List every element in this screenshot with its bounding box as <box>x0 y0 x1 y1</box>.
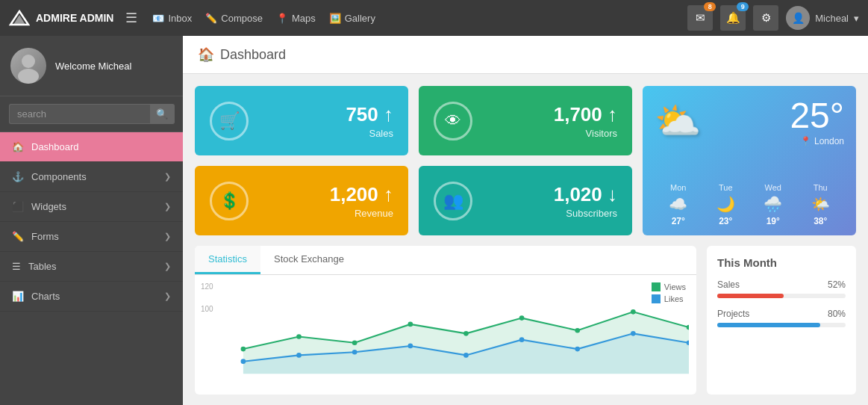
weather-card: ⛅ 25° 📍 London Mon ☁️ 27° <box>643 86 856 235</box>
svg-point-9 <box>352 340 357 345</box>
charts-icon: 📊 <box>12 291 24 302</box>
sidebar-profile: Welcome Micheal <box>0 36 183 96</box>
home-icon: 🏠 <box>12 141 24 152</box>
svg-point-18 <box>296 353 302 358</box>
topnav-links: 📧 Inbox ✏️ Compose 📍 Maps 🖼️ Gallery <box>152 13 687 24</box>
sidebar-item-dashboard[interactable]: 🏠 Dashboard <box>0 132 183 162</box>
sidebar-item-dashboard-label: Dashboard <box>31 141 79 152</box>
sidebar-item-components-label: Components <box>31 171 87 182</box>
nav-link-gallery-label: Gallery <box>345 13 375 24</box>
chevron-right-icon: ❯ <box>164 262 171 271</box>
sales-progress: Sales 52% <box>717 279 846 298</box>
welcome-text: Welcome Micheal <box>55 61 131 72</box>
sales-progress-name: Sales <box>717 279 740 290</box>
forecast-tue: Tue 🌙 23° <box>716 183 735 226</box>
sidebar-item-widgets[interactable]: ⬛ Widgets ❯ <box>0 192 183 222</box>
widget-icon: ⬛ <box>12 201 24 212</box>
svg-point-24 <box>631 331 636 336</box>
svg-point-23 <box>575 347 580 352</box>
settings-button[interactable]: ⚙ <box>753 5 778 31</box>
sidebar-item-charts[interactable]: 📊 Charts ❯ <box>0 282 183 312</box>
svg-rect-5 <box>652 294 661 303</box>
sales-label: Sales <box>346 128 393 139</box>
svg-point-20 <box>408 344 413 349</box>
sidebar-item-forms-label: Forms <box>31 231 59 242</box>
chart-panel: Statistics Stock Exchange 120 100 Views … <box>195 246 696 395</box>
sidebar-item-tables-label: Tables <box>28 261 57 272</box>
forms-icon: ✏️ <box>12 231 24 242</box>
bell-badge: 9 <box>737 2 749 11</box>
bottom-section: Statistics Stock Exchange 120 100 Views … <box>183 235 868 405</box>
subscribers-card: 👥 1,020 ↓ Subscribers <box>419 166 632 235</box>
svg-point-19 <box>352 350 357 355</box>
search-input[interactable] <box>9 104 150 124</box>
sales-progress-bar-bg <box>717 294 846 298</box>
hamburger-icon[interactable]: ☰ <box>125 10 137 26</box>
sales-progress-percent: 52% <box>828 279 846 290</box>
line-chart <box>202 282 689 387</box>
chevron-right-icon: ❯ <box>164 202 171 211</box>
forecast-mon: Mon ☁️ 27° <box>669 183 687 226</box>
nav-link-compose-label: Compose <box>221 13 263 24</box>
sidebar-item-forms[interactable]: ✏️ Forms ❯ <box>0 222 183 252</box>
nav-link-inbox[interactable]: 📧 Inbox <box>152 13 192 24</box>
svg-point-11 <box>463 331 469 336</box>
legend-likes-label: Likes <box>664 294 684 303</box>
this-month-title: This Month <box>717 256 846 269</box>
main-content: 🏠 Dashboard 🛒 750 ↑ Sales 👁 1,700 ↑ Visi… <box>183 36 868 405</box>
nav-link-compose[interactable]: ✏️ Compose <box>205 13 263 24</box>
anchor-icon: ⚓ <box>12 171 24 182</box>
chevron-right-icon: ❯ <box>164 291 171 301</box>
this-month-panel: This Month Sales 52% Projects 80% <box>707 246 856 395</box>
projects-progress-percent: 80% <box>828 309 846 319</box>
svg-point-21 <box>463 353 469 358</box>
sidebar-item-tables[interactable]: ☰ Tables ❯ <box>0 252 183 282</box>
revenue-label: Revenue <box>330 208 393 219</box>
nav-link-gallery[interactable]: 🖼️ Gallery <box>329 13 375 24</box>
y-label-120: 120 <box>201 282 213 291</box>
username-label: Micheal <box>815 13 849 24</box>
legend-views: Views <box>652 282 686 291</box>
bell-button[interactable]: 🔔 9 <box>720 5 746 31</box>
search-button[interactable]: 🔍 <box>150 104 175 124</box>
page-header: 🏠 Dashboard <box>183 36 868 74</box>
forecast-thu: Thu 🌤️ 38° <box>811 183 830 226</box>
sales-progress-bar-fill <box>717 294 784 298</box>
legend-views-label: Views <box>664 282 686 291</box>
tab-stock-exchange[interactable]: Stock Exchange <box>260 246 357 274</box>
svg-rect-4 <box>652 282 661 291</box>
svg-point-17 <box>241 359 246 364</box>
revenue-value: 1,200 ↑ <box>330 183 393 206</box>
topnav: ADMIRE ADMIN ☰ 📧 Inbox ✏️ Compose 📍 Maps… <box>0 0 868 36</box>
subscribers-label: Subscribers <box>554 208 617 219</box>
visitors-card: 👁 1,700 ↑ Visitors <box>419 86 632 155</box>
nav-link-maps[interactable]: 📍 Maps <box>276 13 316 24</box>
cards-grid: 🛒 750 ↑ Sales 👁 1,700 ↑ Visitors ⛅ <box>183 74 868 235</box>
avatar <box>10 48 46 84</box>
legend-likes: Likes <box>652 294 686 303</box>
revenue-card: 💲 1,200 ↑ Revenue <box>195 166 408 235</box>
email-button[interactable]: ✉ 8 <box>687 5 713 31</box>
svg-point-7 <box>241 347 246 352</box>
logo: ADMIRE ADMIN <box>9 10 113 26</box>
chart-area: 120 100 Views Likes <box>195 275 696 395</box>
sidebar-item-components[interactable]: ⚓ Components ❯ <box>0 162 183 192</box>
user-menu[interactable]: 👤 Micheal ▾ <box>786 6 859 30</box>
sales-value: 750 ↑ <box>346 103 393 126</box>
subscribers-value: 1,020 ↓ <box>554 183 617 206</box>
sidebar-item-charts-label: Charts <box>31 291 60 302</box>
weather-main-icon: ⛅ <box>655 99 701 143</box>
projects-progress-name: Projects <box>717 309 749 319</box>
user-dropdown-icon: ▾ <box>854 13 859 24</box>
sidebar-item-widgets-label: Widgets <box>31 201 66 212</box>
chevron-right-icon: ❯ <box>164 172 171 182</box>
app-title: ADMIRE ADMIN <box>36 12 113 24</box>
svg-point-3 <box>18 69 39 84</box>
dollar-icon: 💲 <box>210 182 249 220</box>
panel-tabs: Statistics Stock Exchange <box>195 246 696 275</box>
subscribers-info: 1,020 ↓ Subscribers <box>554 183 617 219</box>
revenue-info: 1,200 ↑ Revenue <box>330 183 393 219</box>
sidebar: Welcome Micheal 🔍 🏠 Dashboard ⚓ Componen… <box>0 36 183 405</box>
tab-statistics[interactable]: Statistics <box>195 246 260 274</box>
sidebar-search: 🔍 <box>0 96 183 132</box>
